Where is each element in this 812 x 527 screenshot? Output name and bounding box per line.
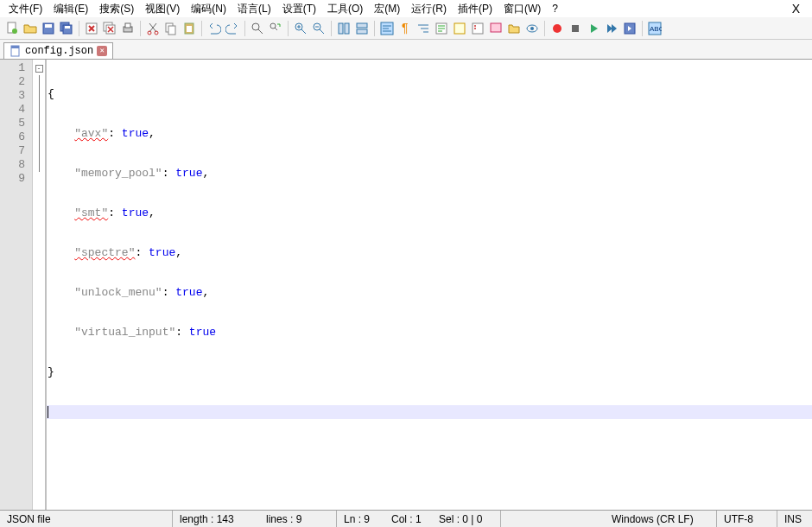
- toolbar-separator: [642, 21, 643, 36]
- menu-help[interactable]: ?: [547, 1, 563, 16]
- menu-edit[interactable]: 编辑(E): [48, 0, 93, 18]
- code-line: "memory_pool": true,: [47, 167, 812, 181]
- svg-rect-37: [572, 25, 579, 32]
- toolbar-separator: [331, 21, 332, 36]
- tab-config-json[interactable]: config.json ✕: [3, 42, 113, 59]
- line-number: 1: [0, 61, 32, 75]
- caret: [48, 406, 48, 418]
- line-number: 2: [0, 75, 32, 89]
- svg-rect-3: [45, 24, 52, 28]
- save-all-icon[interactable]: [58, 20, 75, 37]
- line-number: 5: [0, 117, 32, 130]
- doc-map-icon[interactable]: [451, 20, 468, 37]
- menu-plugins[interactable]: 插件(P): [453, 0, 498, 18]
- copy-icon[interactable]: [162, 20, 180, 37]
- play-macro-icon[interactable]: [585, 20, 602, 37]
- svg-rect-22: [339, 23, 343, 34]
- svg-point-35: [530, 27, 534, 30]
- new-file-icon[interactable]: [3, 20, 21, 37]
- fold-margin: -: [33, 60, 45, 510]
- fold-line: [39, 144, 40, 158]
- code-line: "smt": true,: [47, 206, 812, 220]
- code-line: "virtual_input": true: [47, 326, 812, 340]
- status-eol[interactable]: Windows (CR LF): [605, 511, 717, 527]
- svg-rect-42: [11, 46, 19, 48]
- svg-rect-11: [125, 23, 130, 28]
- fold-line: [39, 89, 40, 103]
- toolbar-separator: [140, 21, 141, 36]
- wordwrap-icon[interactable]: [378, 20, 396, 37]
- toolbar-separator: [544, 21, 545, 36]
- cut-icon[interactable]: [144, 20, 162, 37]
- save-icon[interactable]: [40, 20, 57, 37]
- code-line: "unlock_menu": true,: [47, 286, 812, 300]
- function-list-icon[interactable]: [487, 20, 504, 37]
- svg-rect-17: [187, 26, 192, 32]
- line-number-gutter: 1 2 3 4 5 6 7 8 9: [0, 60, 33, 510]
- fold-line: [39, 75, 40, 89]
- code-line: {: [47, 87, 812, 101]
- menu-language[interactable]: 语言(L): [232, 0, 276, 18]
- redo-icon[interactable]: [224, 20, 241, 37]
- line-number: 6: [0, 130, 32, 144]
- window-close-button[interactable]: X: [783, 2, 809, 16]
- replace-icon[interactable]: [267, 20, 284, 37]
- menu-tools[interactable]: 工具(O): [322, 0, 368, 18]
- svg-rect-30: [473, 23, 483, 34]
- menu-macro[interactable]: 宏(M): [369, 0, 405, 18]
- menu-run[interactable]: 运行(R): [406, 0, 452, 18]
- paste-icon[interactable]: [181, 20, 198, 37]
- status-bar: JSON file length : 143 lines : 9 Ln : 9 …: [0, 510, 812, 527]
- play-multi-icon[interactable]: [603, 20, 620, 37]
- svg-rect-15: [168, 26, 175, 35]
- menu-window[interactable]: 窗口(W): [498, 0, 546, 18]
- svg-rect-33: [491, 23, 501, 32]
- stop-macro-icon[interactable]: [567, 20, 584, 37]
- code-content[interactable]: { "avx": true, "memory_pool": true, "smt…: [47, 60, 812, 510]
- menu-search[interactable]: 搜索(S): [94, 0, 139, 18]
- show-all-chars-icon[interactable]: ¶: [396, 20, 414, 37]
- zoom-in-icon[interactable]: [292, 20, 309, 37]
- sync-vert-icon[interactable]: [335, 20, 352, 37]
- undo-icon[interactable]: [206, 20, 223, 37]
- close-all-icon[interactable]: [101, 20, 118, 37]
- line-number: 3: [0, 89, 32, 103]
- svg-point-18: [252, 23, 259, 30]
- tab-filename: config.json: [25, 45, 93, 57]
- status-sel: Sel : 0 | 0: [432, 511, 501, 527]
- menu-file[interactable]: 文件(F): [3, 0, 48, 18]
- editor-area[interactable]: 1 2 3 4 5 6 7 8 9 - { "avx": true, "mem: [0, 59, 812, 510]
- toolbar-separator: [201, 21, 202, 36]
- save-macro-icon[interactable]: [621, 20, 638, 37]
- indent-guide-icon[interactable]: [415, 20, 432, 37]
- menu-encoding[interactable]: 编码(N): [186, 0, 232, 18]
- tab-close-icon[interactable]: ✕: [97, 46, 107, 56]
- sync-horiz-icon[interactable]: [353, 20, 371, 37]
- menu-bar: 文件(F) 编辑(E) 搜索(S) 视图(V) 编码(N) 语言(L) 设置(T…: [0, 0, 812, 17]
- line-number: 8: [0, 158, 32, 172]
- record-macro-icon[interactable]: [549, 20, 566, 37]
- svg-point-31: [474, 25, 476, 27]
- monitoring-icon[interactable]: [523, 20, 541, 37]
- status-encoding[interactable]: UTF-8: [717, 511, 777, 527]
- status-insert-mode[interactable]: INS: [777, 511, 812, 527]
- user-lang-icon[interactable]: [433, 20, 450, 37]
- folder-workspace-icon[interactable]: [505, 20, 523, 37]
- find-icon[interactable]: [249, 20, 266, 37]
- code-line: "avx": true,: [47, 127, 812, 141]
- zoom-out-icon[interactable]: [310, 20, 327, 37]
- menu-view[interactable]: 视图(V): [140, 0, 185, 18]
- fold-line: [39, 117, 40, 130]
- close-icon[interactable]: [83, 20, 100, 37]
- open-file-icon[interactable]: [22, 20, 39, 37]
- code-line-current: [47, 405, 812, 419]
- print-icon[interactable]: [119, 20, 136, 37]
- status-length: length : 143: [173, 511, 259, 527]
- status-col: Col : 1: [384, 511, 432, 527]
- spellcheck-icon[interactable]: ABC: [646, 20, 663, 37]
- fold-toggle-icon[interactable]: -: [35, 65, 43, 73]
- menu-settings[interactable]: 设置(T): [277, 0, 321, 18]
- doc-list-icon[interactable]: [469, 20, 486, 37]
- svg-point-1: [12, 29, 17, 34]
- toolbar-separator: [374, 21, 375, 36]
